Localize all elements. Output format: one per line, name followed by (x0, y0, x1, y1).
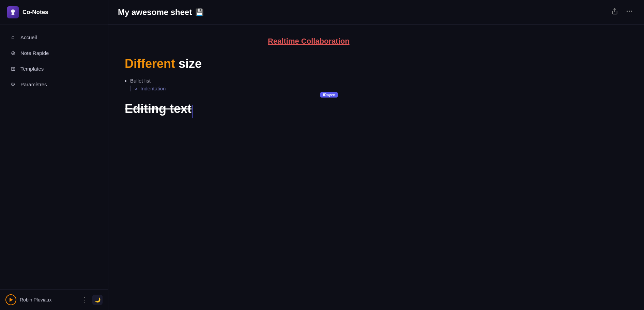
top-bar: My awesome sheet 💾 (108, 0, 644, 25)
sidebar-footer: Robin Pluviaux ⋮ 🌙 (0, 289, 108, 310)
svg-marker-0 (10, 298, 13, 302)
gear-icon: ⚙ (10, 81, 16, 88)
save-icon[interactable]: 💾 (195, 8, 204, 16)
editor-area[interactable]: Realtime Collaboration Different size Bu… (108, 25, 644, 310)
heading-white-text: size (175, 57, 202, 71)
user-cursor-badge: IRayze (320, 92, 338, 98)
sidebar-item-templates[interactable]: ⊞ Templates (3, 61, 105, 76)
app-logo (7, 6, 19, 18)
sidebar-header: Co-Notes (0, 0, 108, 25)
sidebar: Co-Notes ⌂ Accueil ⊕ Note Rapide ⊞ Templ… (0, 0, 108, 310)
sheet-title-area: My awesome sheet 💾 (118, 8, 204, 17)
sidebar-item-label: Note Rapide (20, 50, 49, 56)
collab-link[interactable]: Realtime Collaboration (268, 37, 350, 46)
grid-icon: ⊞ (10, 65, 16, 72)
sidebar-nav: ⌂ Accueil ⊕ Note Rapide ⊞ Templates ⚙ Pa… (0, 25, 108, 289)
text-cursor (192, 105, 193, 118)
editing-text: Editing text (125, 102, 191, 116)
indent-list: Indentation (130, 86, 628, 91)
plus-circle-icon: ⊕ (10, 49, 16, 56)
home-icon: ⌂ (10, 34, 16, 41)
editing-block: IRayze Editing text (125, 102, 628, 118)
sidebar-item-label: Paramètres (20, 82, 47, 87)
heading-orange-text: Different (125, 57, 175, 71)
sidebar-item-label: Accueil (20, 34, 37, 40)
sidebar-item-note-rapide[interactable]: ⊕ Note Rapide (3, 45, 105, 60)
svg-point-1 (627, 11, 628, 12)
bullet-list: Bullet list Indentation (125, 78, 628, 91)
app-title: Co-Notes (22, 9, 48, 16)
bullet-list-item: Bullet list (130, 78, 628, 84)
user-name: Robin Pluviaux (20, 297, 77, 302)
top-actions (610, 6, 634, 18)
indent-item: Indentation (140, 86, 628, 91)
more-options-button[interactable]: ⋮ (80, 295, 89, 305)
sidebar-item-label: Templates (20, 66, 44, 72)
sidebar-item-accueil[interactable]: ⌂ Accueil (3, 30, 105, 45)
more-options-button[interactable] (624, 6, 634, 18)
main-content: My awesome sheet 💾 Realtime Collaboratio… (108, 0, 644, 310)
share-button[interactable] (610, 6, 619, 18)
moon-icon: 🌙 (95, 297, 101, 302)
svg-point-2 (629, 11, 630, 12)
sidebar-item-parametres[interactable]: ⚙ Paramètres (3, 77, 105, 92)
svg-point-3 (631, 11, 632, 12)
dark-mode-button[interactable]: 🌙 (92, 295, 103, 305)
heading-block: Different size (125, 57, 628, 71)
play-button[interactable] (5, 294, 16, 305)
sheet-title: My awesome sheet (118, 8, 192, 17)
